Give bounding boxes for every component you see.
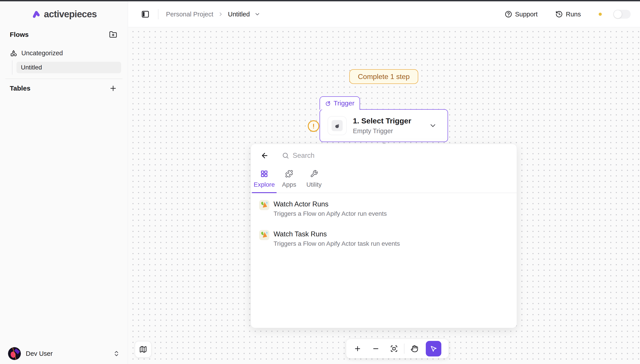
select-tool-button[interactable] [426,341,441,356]
trigger-icon [325,100,331,106]
piece-selector-popup: Explore Apps Utility Watch Actor [251,144,517,328]
empty-trigger-bolt-icon [334,123,340,129]
search-icon [282,152,289,159]
runs-label: Runs [566,11,581,18]
trigger-tab: Trigger [320,96,360,110]
topbar: Personal Project Untitled Support Runs [128,1,640,27]
list-item-watch-actor-runs[interactable]: Watch Actor Runs Triggers a Flow on Apif… [256,196,512,221]
tab-utility[interactable]: Utility [302,167,326,193]
sidebar-flow-item-untitled[interactable]: Untitled [17,62,121,73]
support-label: Support [515,11,538,18]
chevron-right-icon [218,11,224,17]
node-subtitle: Empty Trigger [353,128,411,135]
app-logo: activepieces [0,9,128,20]
fit-view-icon [390,345,398,352]
map-icon [139,345,147,353]
tab-explore[interactable]: Explore [252,167,277,193]
activepieces-logomark-icon [31,9,41,19]
user-menu[interactable]: Dev User [8,347,120,360]
status-dot [599,13,602,16]
sidebar-folder-uncategorized[interactable]: Uncategorized [10,49,128,57]
pan-tool-button[interactable] [405,341,423,356]
trigger-list: Watch Actor Runs Triggers a Flow on Apif… [251,193,517,254]
sidebar-divider [5,78,122,79]
new-folder-button[interactable] [108,30,118,40]
add-table-button[interactable] [108,84,118,93]
user-name: Dev User [26,350,53,357]
window-top-strip [0,0,640,1]
arrow-left-icon [261,152,269,160]
minimap-button[interactable] [135,341,152,358]
mouse-pointer-icon [430,345,437,352]
help-circle-icon [505,10,512,18]
tables-heading: Tables [10,84,31,92]
breadcrumb: Personal Project Untitled [166,11,261,18]
apify-icon [259,200,270,210]
flow-menu-chevron-down-icon[interactable] [254,11,261,17]
tree-indent-line [12,60,13,74]
item-description: Triggers a Flow on Apify Actor task run … [274,240,400,247]
toggle-knob [614,10,622,18]
fit-view-button[interactable] [385,341,403,356]
breadcrumb-flow-name[interactable]: Untitled [228,11,250,18]
tab-utility-label: Utility [306,181,322,188]
tab-apps-label: Apps [282,181,296,188]
flow-enabled-toggle[interactable] [613,10,631,19]
zoom-in-button[interactable] [348,341,367,356]
list-item-watch-task-runs[interactable]: Watch Task Runs Triggers a Flow on Apify… [256,226,512,251]
node-title: 1. Select Trigger [353,116,411,125]
search-input[interactable] [293,152,508,160]
item-description: Triggers a Flow on Apify Actor run event… [274,210,387,217]
app-logo-text: activepieces [44,9,97,20]
minus-icon [372,345,379,352]
flows-section-header: Flows [10,30,118,40]
trigger-tab-label: Trigger [334,100,354,107]
complete-step-banner[interactable]: Complete 1 step [349,69,418,84]
topbar-divider [158,9,158,19]
trigger-node[interactable]: 1. Select Trigger Empty Trigger [320,109,448,142]
folder-plus-icon [109,31,117,38]
hand-icon [411,345,418,352]
shapes-icon [10,49,17,57]
apify-icon [259,230,270,240]
tab-apps[interactable]: Apps [277,167,302,193]
runs-button[interactable]: Runs [555,10,581,18]
tab-explore-label: Explore [254,181,275,188]
panel-left-icon [141,10,150,18]
plus-icon [354,345,361,352]
support-button[interactable]: Support [505,10,538,18]
zoom-out-button[interactable] [367,341,385,356]
puzzle-icon [285,170,293,178]
flow-item-label: Untitled [21,64,42,71]
toggle-sidebar-button[interactable] [140,9,150,19]
invalid-step-warning-icon [308,120,319,132]
node-chevron-down-icon[interactable] [429,122,437,130]
item-title: Watch Actor Runs [274,200,387,208]
grid-icon [260,170,268,178]
flows-heading: Flows [10,31,29,38]
node-icon-box [328,116,347,135]
history-icon [555,10,563,18]
plus-icon [109,84,117,92]
back-button[interactable] [260,151,270,160]
canvas-toolbar [346,339,449,358]
toolbar-divider [404,344,404,354]
popup-tabs: Explore Apps Utility [251,167,517,193]
avatar [8,347,21,360]
tables-section-header: Tables [10,84,118,93]
wrench-icon [310,170,318,178]
item-title: Watch Task Runs [274,230,400,238]
flow-canvas[interactable]: Complete 1 step Trigger 1. Select Trigge… [128,27,640,364]
sidebar: activepieces Flows Uncategorized Untitle… [0,1,128,364]
breadcrumb-project[interactable]: Personal Project [166,11,213,18]
chevrons-up-down-icon [113,350,120,357]
folder-label: Uncategorized [21,50,63,57]
